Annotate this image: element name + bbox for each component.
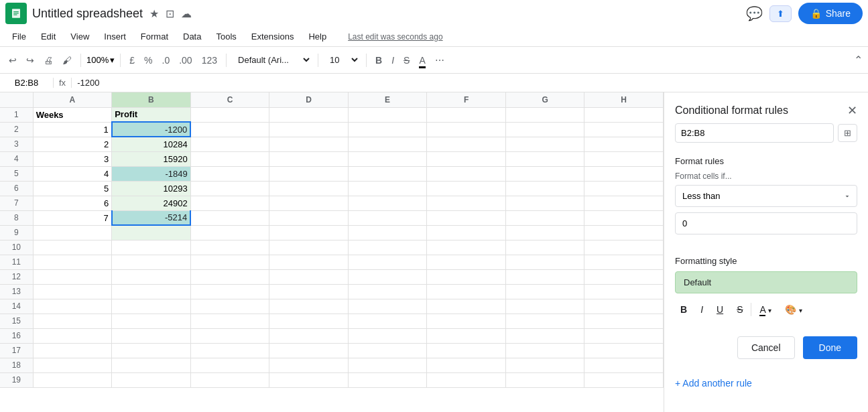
- paint-format-button[interactable]: 🖌: [59, 53, 75, 68]
- undo-button[interactable]: ↩: [5, 53, 20, 68]
- menu-file[interactable]: File: [5, 29, 33, 44]
- zoom-control[interactable]: 100% ▾: [86, 55, 115, 65]
- condition-value-input[interactable]: [675, 212, 857, 234]
- cell-d3[interactable]: [269, 137, 349, 151]
- menu-format[interactable]: Format: [134, 29, 175, 44]
- cell-d4[interactable]: [269, 151, 349, 166]
- cell-g4[interactable]: [505, 151, 584, 166]
- cancel-button[interactable]: Cancel: [737, 336, 795, 359]
- cell-c5[interactable]: [190, 166, 269, 181]
- cell-d5[interactable]: [269, 166, 349, 181]
- cell-f4[interactable]: [427, 151, 506, 166]
- cell-b8[interactable]: -5214: [112, 210, 191, 225]
- folder-icon[interactable]: ⊡: [164, 6, 176, 21]
- decimal-inc-button[interactable]: .00: [176, 53, 195, 68]
- cell-g8[interactable]: [505, 210, 584, 225]
- menu-view[interactable]: View: [64, 29, 96, 44]
- menu-tools[interactable]: Tools: [209, 29, 243, 44]
- star-icon[interactable]: ★: [148, 6, 160, 21]
- cell-c8[interactable]: [190, 210, 269, 225]
- menu-data[interactable]: Data: [176, 29, 208, 44]
- cell-a4[interactable]: 3: [33, 151, 112, 166]
- col-header-a[interactable]: A: [33, 92, 112, 107]
- cell-h5[interactable]: [584, 166, 664, 181]
- cell-a5[interactable]: 4: [33, 166, 112, 181]
- menu-help[interactable]: Help: [302, 29, 333, 44]
- doc-title[interactable]: Untitled spreadsheet: [32, 7, 143, 21]
- cell-h6[interactable]: [584, 181, 664, 196]
- cell-h8[interactable]: [584, 210, 664, 225]
- cell-e7[interactable]: [348, 196, 427, 210]
- print-button[interactable]: 🖨: [40, 53, 56, 68]
- cell-e8[interactable]: [348, 210, 427, 225]
- font-color-button[interactable]: A: [416, 53, 428, 68]
- cell-b6[interactable]: 10293: [112, 181, 191, 196]
- cell-d6[interactable]: [269, 181, 349, 196]
- font-color-picker-button[interactable]: A ▾: [754, 301, 776, 318]
- col-header-h[interactable]: H: [584, 92, 664, 107]
- cell-b3[interactable]: 10284: [112, 137, 191, 151]
- format-type-button[interactable]: 123: [198, 53, 221, 68]
- menu-insert[interactable]: Insert: [97, 29, 133, 44]
- cell-b1[interactable]: Profit: [112, 107, 191, 122]
- format-bold-button[interactable]: B: [675, 301, 692, 318]
- cell-e4[interactable]: [348, 151, 427, 166]
- panel-close-button[interactable]: ✕: [847, 103, 857, 118]
- cell-a6[interactable]: 5: [33, 181, 112, 196]
- cell-g7[interactable]: [505, 196, 584, 210]
- cell-g3[interactable]: [505, 137, 584, 151]
- cell-a2[interactable]: 1: [33, 122, 112, 137]
- cell-g1[interactable]: [505, 107, 584, 122]
- history-button[interactable]: ⬆: [769, 5, 792, 22]
- menu-edit[interactable]: Edit: [34, 29, 62, 44]
- collapse-toolbar-button[interactable]: ⌃: [854, 54, 863, 66]
- col-header-b[interactable]: B: [112, 92, 191, 107]
- cell-g2[interactable]: [505, 122, 584, 137]
- cell-a7[interactable]: 6: [33, 196, 112, 210]
- cell-b2[interactable]: -1200: [112, 122, 191, 137]
- decimal-dec-button[interactable]: .0: [159, 53, 174, 68]
- cell-d2[interactable]: [269, 122, 349, 137]
- italic-button[interactable]: I: [388, 53, 397, 68]
- cell-c6[interactable]: [190, 181, 269, 196]
- comment-button[interactable]: 💬: [746, 5, 763, 21]
- col-header-c[interactable]: C: [190, 92, 269, 107]
- formula-input[interactable]: [72, 78, 868, 88]
- add-another-rule-button[interactable]: + Add another rule: [664, 370, 868, 397]
- cell-d1[interactable]: [269, 107, 349, 122]
- cell-h3[interactable]: [584, 137, 664, 151]
- cell-b7[interactable]: 24902: [112, 196, 191, 210]
- cell-a3[interactable]: 2: [33, 137, 112, 151]
- format-italic-button[interactable]: I: [695, 301, 708, 318]
- cell-g6[interactable]: [505, 181, 584, 196]
- cell-d7[interactable]: [269, 196, 349, 210]
- cell-reference[interactable]: B2:B8: [0, 78, 54, 88]
- redo-button[interactable]: ↪: [23, 53, 38, 68]
- cell-e1[interactable]: [348, 107, 427, 122]
- cell-h7[interactable]: [584, 196, 664, 210]
- cell-h1[interactable]: [584, 107, 664, 122]
- font-select[interactable]: Default (Ari...: [232, 52, 312, 68]
- fill-color-picker-button[interactable]: 🎨 ▾: [780, 301, 808, 318]
- cell-f2[interactable]: [427, 122, 506, 137]
- style-preview[interactable]: Default: [675, 271, 857, 293]
- more-options-button[interactable]: ⋯: [432, 53, 448, 68]
- cell-f1[interactable]: [427, 107, 506, 122]
- menu-extensions[interactable]: Extensions: [245, 29, 301, 44]
- cell-h2[interactable]: [584, 122, 664, 137]
- cell-f7[interactable]: [427, 196, 506, 210]
- cell-c1[interactable]: [190, 107, 269, 122]
- cell-c3[interactable]: [190, 137, 269, 151]
- cloud-icon[interactable]: ☁: [180, 6, 193, 21]
- share-button[interactable]: 🔒 Share: [798, 3, 863, 24]
- col-header-d[interactable]: D: [269, 92, 349, 107]
- cell-c7[interactable]: [190, 196, 269, 210]
- cell-f3[interactable]: [427, 137, 506, 151]
- cell-e3[interactable]: [348, 137, 427, 151]
- col-header-g[interactable]: G: [505, 92, 584, 107]
- cell-h4[interactable]: [584, 151, 664, 166]
- col-header-f[interactable]: F: [427, 92, 506, 107]
- cell-d8[interactable]: [269, 210, 349, 225]
- cell-f5[interactable]: [427, 166, 506, 181]
- range-input[interactable]: [675, 123, 834, 143]
